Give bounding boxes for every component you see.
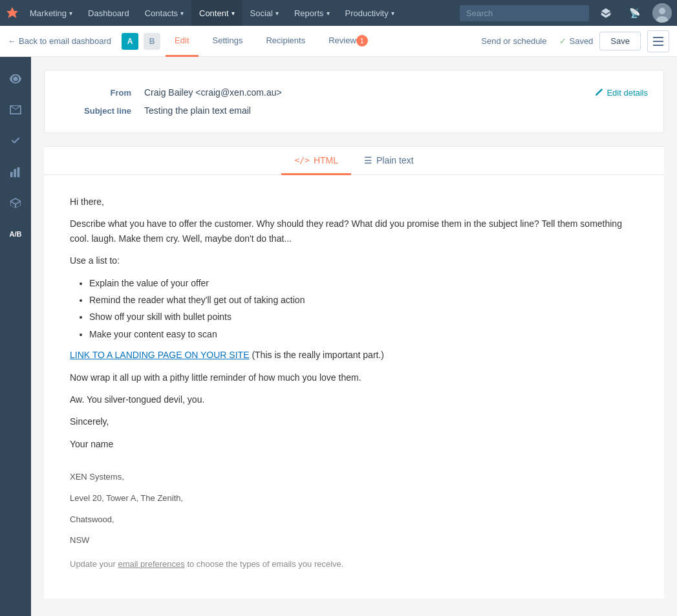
email-para3: Aw. You silver-tongued devil, you.: [70, 392, 638, 407]
email-use-list-intro: Use a list to:: [70, 253, 638, 268]
subject-value: Testing the plain text email: [144, 105, 251, 116]
address-line1: Level 20, Tower A, The Zenith,: [70, 492, 638, 505]
subject-row: Subject line Testing the plain text emai…: [60, 101, 648, 120]
back-arrow-icon: ←: [8, 36, 16, 46]
from-value: Craig Bailey <craig@xen.com.au>: [144, 87, 282, 98]
nav-item-marketing[interactable]: Marketing ▾: [22, 0, 80, 26]
nav-icons: 📡: [596, 3, 672, 23]
menu-button[interactable]: [647, 30, 669, 52]
nav-logo: [5, 6, 19, 20]
tab-settings[interactable]: Settings: [204, 26, 252, 57]
from-label: From: [60, 88, 131, 98]
graduation-icon[interactable]: [596, 3, 616, 23]
email-body: Hi there, Describe what you have to offe…: [44, 175, 664, 599]
email-icon-btn[interactable]: [0, 94, 31, 125]
caret-icon: ▾: [275, 10, 279, 17]
ab-test-icon-btn[interactable]: A/B: [0, 218, 31, 250]
email-para2: Now wrap it all up with a pithy little r…: [70, 370, 638, 385]
email-salutation: Sincerely,: [70, 414, 638, 429]
caret-icon: ▾: [231, 10, 235, 17]
main-layout: A/B From Craig Bailey <craig@xen.com.au>…: [0, 57, 677, 616]
caret-icon: ▾: [180, 10, 184, 17]
svg-point-1: [659, 8, 665, 14]
plain-text-icon: ☰: [364, 155, 372, 165]
svg-rect-6: [10, 172, 13, 177]
broadcast-icon[interactable]: 📡: [624, 3, 645, 23]
box-icon-btn[interactable]: [0, 187, 31, 218]
tab-plain-text[interactable]: ☰ Plain text: [351, 147, 427, 175]
saved-indicator: ✓ Saved: [559, 36, 593, 46]
email-preferences-link[interactable]: email preferences: [118, 559, 184, 569]
from-subject-card: From Craig Bailey <craig@xen.com.au> Edi…: [44, 70, 664, 133]
svg-rect-5: [653, 45, 663, 46]
search-input[interactable]: [460, 5, 589, 21]
svg-rect-8: [17, 167, 20, 177]
company-name: XEN Systems,: [70, 471, 638, 484]
address-line3: NSW: [70, 534, 638, 547]
svg-rect-7: [14, 169, 16, 178]
tab-edit[interactable]: Edit: [166, 26, 198, 57]
nav-item-dashboard[interactable]: Dashboard: [80, 0, 137, 26]
email-link-line: LINK TO A LANDING PAGE ON YOUR SITE (Thi…: [70, 348, 638, 362]
from-row: From Craig Bailey <craig@xen.com.au> Edi…: [60, 83, 648, 101]
content-area: From Craig Bailey <craig@xen.com.au> Edi…: [31, 57, 677, 616]
list-item: Explain the value of your offer: [89, 276, 638, 290]
content-tabs: </> HTML ☰ Plain text: [44, 146, 664, 175]
subject-label: Subject line: [60, 106, 131, 116]
nav-item-reports[interactable]: Reports ▾: [286, 0, 338, 26]
edit-details-button[interactable]: Edit details: [594, 88, 648, 98]
list-item: Remind the reader what they'll get out o…: [89, 293, 638, 307]
sub-nav-right: Send or schedule ✓ Saved Save: [475, 26, 669, 57]
ab-tab-b[interactable]: B: [144, 33, 160, 50]
landing-page-link[interactable]: LINK TO A LANDING PAGE ON YOUR SITE: [70, 350, 250, 360]
caret-icon: ▾: [391, 10, 394, 17]
sub-nav: ← Back to email dashboard A B Edit Setti…: [0, 26, 677, 57]
email-name: Your name: [70, 437, 638, 451]
nav-item-contacts[interactable]: Contacts ▾: [137, 0, 191, 26]
review-badge: 1: [356, 35, 368, 47]
nav-item-social[interactable]: Social ▾: [242, 0, 286, 26]
tab-html[interactable]: </> HTML: [281, 147, 351, 175]
email-list: Explain the value of your offer Remind t…: [89, 276, 638, 342]
top-nav: Marketing ▾ Dashboard Contacts ▾ Content…: [0, 0, 677, 26]
email-para1: Describe what you have to offer the cust…: [70, 217, 638, 246]
nav-item-productivity[interactable]: Productivity ▾: [338, 0, 402, 26]
caret-icon: ▾: [327, 10, 330, 17]
check-saved-icon: ✓: [559, 36, 566, 46]
preview-icon-btn[interactable]: [0, 63, 31, 94]
list-item: Show off your skill with bullet points: [89, 310, 638, 324]
email-footer-prefs: Update your email preferences to choose …: [70, 558, 638, 571]
save-button[interactable]: Save: [599, 32, 641, 50]
caret-icon: ▾: [69, 10, 72, 17]
send-or-schedule-button[interactable]: Send or schedule: [475, 26, 553, 57]
address-line2: Chatswood,: [70, 513, 638, 527]
analytics-icon-btn[interactable]: [0, 156, 31, 187]
list-item: Make your content easy to scan: [89, 327, 638, 341]
ab-tab-a[interactable]: A: [122, 33, 138, 50]
svg-rect-3: [653, 37, 663, 38]
tab-review[interactable]: Review 1: [319, 26, 377, 57]
email-greeting: Hi there,: [70, 195, 638, 209]
html-code-icon: </>: [294, 155, 309, 165]
signature-block: XEN Systems, Level 20, Tower A, The Zeni…: [70, 471, 638, 547]
nav-item-content[interactable]: Content ▾: [191, 0, 242, 26]
avatar[interactable]: [652, 3, 672, 23]
svg-rect-4: [653, 41, 663, 42]
side-icon-bar: A/B: [0, 57, 31, 616]
back-to-dashboard-button[interactable]: ← Back to email dashboard: [8, 36, 111, 46]
tab-recipients[interactable]: Recipients: [257, 26, 314, 57]
check-icon-btn[interactable]: [0, 125, 31, 156]
